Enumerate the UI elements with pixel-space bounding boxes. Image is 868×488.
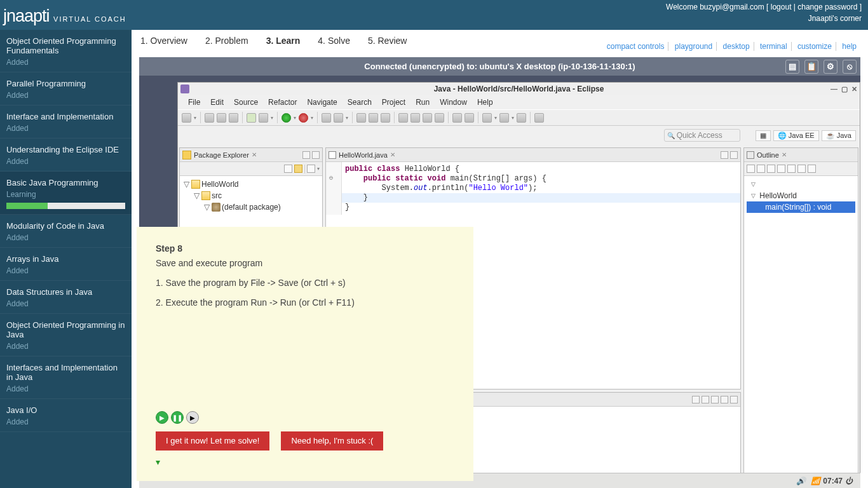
toggle-mark-icon[interactable]: [410, 113, 420, 123]
sidebar-item[interactable]: Parallel ProgrammingAdded: [0, 72, 132, 105]
sidebar-item[interactable]: Arrays in JavaAdded: [0, 248, 132, 281]
open-perspective-button[interactable]: ▦: [756, 130, 771, 141]
console-tool-3[interactable]: [711, 396, 719, 403]
link-editor-icon[interactable]: [294, 165, 302, 173]
outline-link-row[interactable]: ▽: [747, 179, 855, 190]
minimize-editor-icon[interactable]: [721, 151, 728, 159]
volume-icon[interactable]: 🔊: [796, 477, 806, 485]
vnc-settings-icon[interactable]: ⚙: [824, 60, 837, 74]
tab-overview[interactable]: 1. Overview: [132, 29, 196, 51]
print-icon[interactable]: [229, 113, 238, 123]
view-menu-icon[interactable]: [307, 165, 315, 173]
outline-link-icon[interactable]: [808, 165, 816, 173]
collapse-tutorial-icon[interactable]: ▾: [156, 456, 160, 468]
sidebar-item[interactable]: Data Structures in JavaAdded: [0, 281, 132, 314]
compact-controls-link[interactable]: compact controls: [603, 42, 669, 51]
maximize-icon[interactable]: ▢: [841, 85, 848, 93]
outline-tab[interactable]: Outline ✕: [744, 148, 858, 162]
show-whitespace-icon[interactable]: [435, 113, 444, 123]
sidebar-item[interactable]: Object Oriented Programming Fundamentals…: [0, 30, 132, 72]
vnc-windows-icon[interactable]: ▤: [785, 60, 799, 74]
perspective-javaee[interactable]: 🌐 Java EE: [773, 130, 819, 141]
menu-refactor[interactable]: Refactor: [263, 98, 302, 107]
new-package-icon[interactable]: [322, 113, 331, 123]
change-password-link[interactable]: change password: [797, 3, 857, 11]
perspective-java[interactable]: ☕ Java: [822, 130, 856, 141]
outline-hide-local-icon[interactable]: [787, 165, 796, 173]
outline-method-row[interactable]: main(String[]) : void: [747, 201, 855, 213]
tab-problem[interactable]: 2. Problem: [196, 29, 257, 51]
package-explorer-tree[interactable]: ▽HelloWorld ▽src ▽(default package): [180, 176, 322, 215]
step-next-button[interactable]: ▶: [186, 411, 199, 424]
outline-hide-nonpublic-icon[interactable]: [777, 165, 785, 173]
annotation-prev-icon[interactable]: [452, 113, 462, 123]
close-icon[interactable]: ✕: [851, 85, 857, 93]
menu-edit[interactable]: Edit: [205, 98, 229, 107]
save-all-icon[interactable]: [217, 113, 226, 123]
menu-source[interactable]: Source: [229, 98, 263, 107]
package-explorer-tab[interactable]: Package Explorer ✕: [180, 148, 322, 162]
code-editor[interactable]: ⊖ public class HelloWorld { public stati…: [326, 162, 740, 215]
playground-link[interactable]: playground: [671, 42, 717, 51]
wifi-icon[interactable]: 📶: [811, 477, 820, 485]
quick-access-input[interactable]: Quick Access: [664, 129, 740, 142]
close-view-icon[interactable]: ✕: [252, 151, 257, 158]
debug-icon[interactable]: [247, 113, 256, 123]
search-icon[interactable]: [381, 113, 390, 123]
stop-icon[interactable]: [299, 113, 308, 123]
collapse-all-icon[interactable]: [284, 165, 292, 173]
outline-hide-static-icon[interactable]: [767, 165, 775, 173]
outline-focus-icon[interactable]: [797, 165, 806, 173]
new-icon[interactable]: [182, 113, 191, 123]
maximize-editor-icon[interactable]: [730, 151, 738, 159]
power-icon[interactable]: ⏻: [845, 477, 853, 485]
sidebar-item[interactable]: Understanding the Eclipse IDEAdded: [0, 139, 132, 172]
menu-help[interactable]: Help: [472, 98, 498, 107]
outline-sort-icon[interactable]: [747, 165, 755, 173]
editor-tab[interactable]: HelloWorld.java ✕: [326, 148, 740, 162]
tab-review[interactable]: 5. Review: [359, 29, 416, 51]
pin-icon[interactable]: [534, 113, 544, 123]
minimize-view-icon[interactable]: [302, 151, 310, 159]
debug-dropdown-icon[interactable]: [259, 113, 268, 123]
outline-class-row[interactable]: ▽ HelloWorld: [747, 190, 855, 201]
close-editor-icon[interactable]: ✕: [390, 151, 395, 158]
step-play-button[interactable]: ▶: [156, 411, 168, 424]
tab-learn[interactable]: 3. Learn: [257, 29, 309, 51]
customize-link[interactable]: customize: [794, 42, 836, 51]
step-pause-button[interactable]: ❚❚: [171, 411, 184, 424]
sidebar-item[interactable]: Interface and ImplementationAdded: [0, 105, 132, 139]
need-help-button[interactable]: Need help, I'm stuck :(: [281, 431, 383, 451]
console-tool-1[interactable]: [692, 396, 700, 403]
sidebar-item[interactable]: Java I/OAdded: [0, 399, 132, 432]
close-outline-icon[interactable]: ✕: [782, 151, 787, 158]
sidebar-item[interactable]: Modularity of Code in JavaAdded: [0, 215, 132, 248]
menu-run[interactable]: Run: [410, 98, 435, 107]
vnc-clipboard-icon[interactable]: 📋: [804, 60, 818, 74]
fold-icon[interactable]: ⊖: [329, 173, 333, 183]
logout-link[interactable]: logout: [771, 3, 792, 11]
vnc-disconnect-icon[interactable]: ⦸: [843, 60, 857, 74]
menu-search[interactable]: Search: [342, 98, 377, 107]
terminal-link[interactable]: terminal: [756, 42, 792, 51]
corner-link[interactable]: Jnaapti's corner: [808, 14, 862, 23]
save-icon[interactable]: [205, 113, 214, 123]
sidebar-item[interactable]: Object Oriented Programming in JavaAdded: [0, 314, 132, 356]
toggle-breadcrumb-icon[interactable]: [398, 113, 408, 123]
tab-solve[interactable]: 4. Solve: [309, 29, 359, 51]
menu-window[interactable]: Window: [435, 98, 472, 107]
maximize-console-icon[interactable]: [730, 396, 738, 403]
run-icon[interactable]: [281, 113, 291, 123]
maximize-view-icon[interactable]: [312, 151, 320, 159]
desktop-link[interactable]: desktop: [719, 42, 754, 51]
eclipse-titlebar[interactable]: Java - HelloWorld/src/HelloWorld.java - …: [178, 83, 860, 95]
sidebar-item[interactable]: Interfaces and Implementation in JavaAdd…: [0, 356, 132, 399]
course-sidebar[interactable]: Object Oriented Programming Fundamentals…: [0, 30, 132, 488]
minimize-icon[interactable]: —: [831, 85, 837, 93]
got-it-button[interactable]: I get it now! Let me solve!: [156, 431, 269, 451]
last-edit-icon[interactable]: [517, 113, 526, 123]
new-class-icon[interactable]: [334, 113, 343, 123]
console-tool-2[interactable]: [702, 396, 709, 403]
outline-hide-fields-icon[interactable]: [757, 165, 765, 173]
toggle-block-icon[interactable]: [423, 113, 432, 123]
